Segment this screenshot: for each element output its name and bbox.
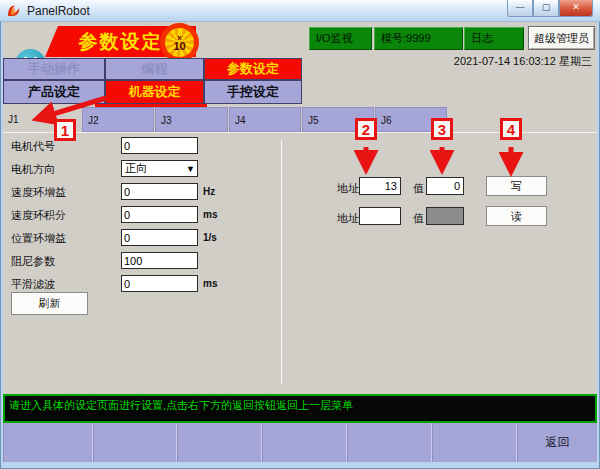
tab-manual-operation[interactable]: 手动操作 bbox=[3, 58, 105, 80]
unit-label: ms bbox=[203, 209, 217, 220]
maximize-button[interactable]: ▢ bbox=[533, 0, 559, 17]
minimize-button[interactable]: — bbox=[507, 0, 533, 17]
io-monitor-button[interactable]: I/O监视 bbox=[309, 27, 372, 50]
admin-level-button[interactable]: 超级管理员 bbox=[528, 26, 595, 50]
log-button[interactable]: 日志 bbox=[464, 27, 524, 50]
annotation-step-1: 1 bbox=[54, 119, 76, 141]
read-value-label: 值 bbox=[413, 211, 424, 226]
unit-label: 1/s bbox=[203, 232, 217, 243]
read-value-display bbox=[426, 207, 464, 225]
bottom-button-5[interactable] bbox=[347, 423, 432, 462]
write-value-label: 值 bbox=[413, 181, 424, 196]
form-row-speed-loop-integral: 速度环积分 ms bbox=[3, 206, 293, 224]
form-row-smoothing-filter: 平滑滤波 ms bbox=[3, 275, 293, 293]
unit-label: Hz bbox=[203, 186, 215, 197]
bottom-button-3[interactable] bbox=[177, 423, 262, 462]
form-row-damping-parameter: 阻尼参数 bbox=[3, 252, 293, 270]
smoothing-filter-input[interactable] bbox=[121, 275, 198, 292]
tab-parameter-settings[interactable]: 参数设定 bbox=[204, 58, 302, 80]
tab-programming[interactable]: 编程 bbox=[105, 58, 204, 80]
read-button[interactable]: 读 bbox=[486, 206, 547, 226]
motor-direction-select[interactable]: 正向 ▼ bbox=[121, 160, 198, 177]
titlebar: PanelRobot — ▢ ✕ bbox=[0, 0, 600, 22]
mold-number-button[interactable]: 模号:9999 bbox=[374, 27, 463, 50]
write-address-input[interactable] bbox=[359, 177, 401, 195]
form-row-speed-loop-gain: 速度环增益 Hz bbox=[3, 183, 293, 201]
tab-handcontrol-settings[interactable]: 手控设定 bbox=[204, 80, 302, 104]
bottom-button-1[interactable] bbox=[3, 423, 93, 462]
window-title: PanelRobot bbox=[27, 4, 90, 18]
tab-machine-settings[interactable]: 机器设定 bbox=[105, 80, 204, 104]
write-button[interactable]: 写 bbox=[486, 176, 547, 196]
motor-code-input[interactable] bbox=[121, 137, 198, 154]
form-row-motor-direction: 电机方向 正向 ▼ bbox=[3, 160, 293, 178]
position-loop-gain-input[interactable] bbox=[121, 229, 198, 246]
form-row-position-loop-gain: 位置环增益 1/s bbox=[3, 229, 293, 247]
speed-multiplier-badge: x 10 bbox=[160, 23, 199, 62]
status-message: 请进入具体的设定页面进行设置,点击右下方的返回按钮返回上一层菜单 bbox=[9, 399, 353, 411]
window-body: 参数设定 x 10 I/O监视 模号:9999 日志 超级管理员 2021-07… bbox=[3, 22, 597, 462]
status-bar: 请进入具体的设定页面进行设置,点击右下方的返回按钮返回上一层菜单 bbox=[3, 394, 597, 423]
write-value-input[interactable] bbox=[426, 177, 464, 195]
tab-product-settings[interactable]: 产品设定 bbox=[3, 80, 105, 104]
read-address-label: 地址 bbox=[337, 211, 359, 226]
panel-divider bbox=[281, 140, 282, 384]
damping-parameter-input[interactable] bbox=[121, 252, 198, 269]
datetime-label: 2021-07-14 16:03:12 星期三 bbox=[380, 54, 592, 69]
return-button[interactable]: 返回 bbox=[517, 423, 597, 462]
refresh-button[interactable]: 刷新 bbox=[11, 292, 88, 315]
form-row-motor-code: 电机代号 bbox=[3, 137, 293, 155]
gear-icon: x 10 bbox=[165, 28, 194, 57]
tab-axis-j3[interactable]: J3 bbox=[155, 107, 228, 132]
speed-loop-gain-input[interactable] bbox=[121, 183, 198, 200]
bottom-button-6[interactable] bbox=[432, 423, 517, 462]
annotation-step-3: 3 bbox=[431, 118, 453, 140]
speed-loop-integral-input[interactable] bbox=[121, 206, 198, 223]
read-address-input[interactable] bbox=[359, 207, 401, 225]
write-address-label: 地址 bbox=[337, 181, 359, 196]
annotation-step-4: 4 bbox=[500, 118, 522, 140]
app-icon bbox=[6, 3, 22, 19]
bottom-button-4[interactable] bbox=[262, 423, 347, 462]
close-button[interactable]: ✕ bbox=[559, 0, 593, 17]
unit-label: ms bbox=[203, 278, 217, 289]
bottom-button-bar: 返回 bbox=[3, 423, 597, 462]
annotation-step-2: 2 bbox=[355, 118, 377, 140]
tab-axis-j4[interactable]: J4 bbox=[229, 107, 301, 132]
chevron-down-icon: ▼ bbox=[186, 162, 195, 177]
bottom-button-2[interactable] bbox=[93, 423, 177, 462]
tab-axis-j2[interactable]: J2 bbox=[82, 107, 154, 132]
panelrobot-window: PanelRobot — ▢ ✕ 参数设定 x 10 I/O监视 模号:9999… bbox=[0, 0, 600, 469]
